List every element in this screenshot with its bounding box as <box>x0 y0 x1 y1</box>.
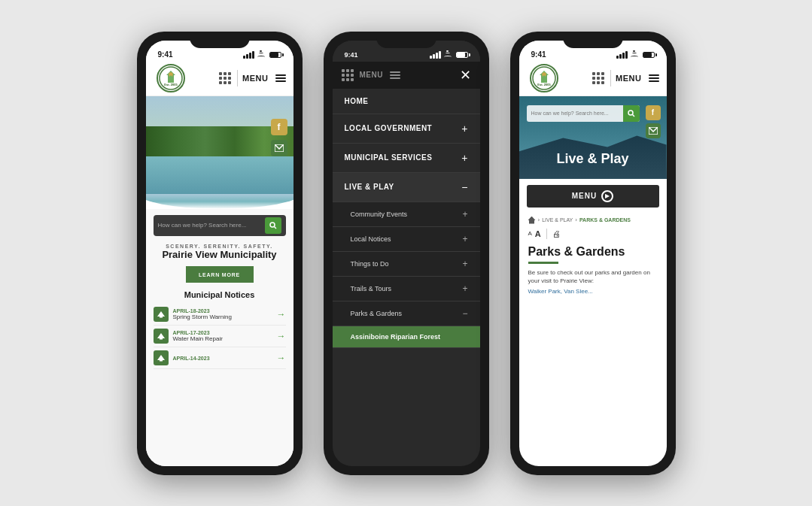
phones-container: 9:41 <box>122 17 691 490</box>
logo-circle-1: Est. 2005 <box>157 64 185 92</box>
svg-text:Est. 2005: Est. 2005 <box>537 83 551 86</box>
wave-divider-1 <box>146 194 293 209</box>
menu-arrow-icon-3: ▶ <box>601 190 613 202</box>
battery-icon-1 <box>269 52 281 58</box>
breadcrumb-3: › LIVE & PLAY › PARKS & GARDENS <box>519 214 667 227</box>
tagline-big-1: Prairie View Municipality <box>154 249 286 261</box>
notice-item-2[interactable]: APRIL-14-2023 → <box>154 347 286 369</box>
submenu-local-notices[interactable]: Local Notices + <box>333 227 480 252</box>
phone-1: 9:41 <box>137 32 303 475</box>
notice-text-1: APRIL-17-2023 Water Main Repair <box>173 330 272 342</box>
menu-collapse-live-play[interactable]: − <box>461 181 467 193</box>
menu-item-municipal[interactable]: MUNICIPAL SERVICES + <box>333 144 480 173</box>
submenu-trails-tours[interactable]: Trails & Tours + <box>333 277 480 301</box>
p3-search-text: How can we help? Search here... <box>531 111 628 116</box>
home-icon-3[interactable] <box>528 217 536 224</box>
svg-point-3 <box>270 223 275 227</box>
menu-label-1[interactable]: MENU <box>242 74 268 83</box>
parks-divider-3 <box>528 262 558 264</box>
search-button-1[interactable] <box>265 217 281 234</box>
notice-text-0: APRIL-18-2023 Spring Storm Warning <box>173 308 272 320</box>
logo-circle-3: Est. 2005 <box>530 64 558 92</box>
print-icon-3[interactable]: 🖨 <box>552 229 561 238</box>
search-placeholder-1: How can we help? Search here... <box>158 222 262 229</box>
notice-item-1[interactable]: APRIL-17-2023 Water Main Repair → <box>154 326 286 347</box>
svg-point-5 <box>160 314 162 316</box>
facebook-icon-1[interactable]: f <box>271 119 287 135</box>
tagline-area-1: SCENERY. SERENITY. SAFETY. Prairie View … <box>146 241 293 262</box>
p3-search-container[interactable]: How can we help? Search here... <box>527 105 640 122</box>
notice-arrow-0[interactable]: → <box>277 309 286 320</box>
svg-line-9 <box>632 114 634 117</box>
grid-icon-1[interactable] <box>219 72 231 84</box>
hero-3: How can we help? Search here... f <box>519 96 667 179</box>
phone1-content: How can we help? Search here... SCENERY.… <box>146 209 293 466</box>
facebook-icon-3[interactable]: f <box>646 105 661 120</box>
notice-text-2: APRIL-14-2023 <box>173 356 272 361</box>
submenu-things-to-do[interactable]: Things to Do + <box>333 252 480 277</box>
grid-icon-3[interactable] <box>592 72 604 84</box>
phone-notch-3 <box>563 32 623 48</box>
submenu-assiniboine[interactable]: Assiniboine Riparian Forest <box>333 326 480 348</box>
header-divider-1 <box>237 70 238 86</box>
svg-line-4 <box>274 226 276 229</box>
phone-header-1: Est. 2005 MENU <box>146 62 293 96</box>
menu-expand-local-gov[interactable]: + <box>461 123 467 135</box>
menu-label-3[interactable]: MENU <box>616 74 641 83</box>
notice-arrow-2[interactable]: → <box>277 353 286 363</box>
notices-title-1: Municipal Notices <box>154 290 286 299</box>
status-time-2: 9:41 <box>345 51 358 59</box>
menu-button-3[interactable]: MENU ▶ <box>527 185 659 208</box>
submenu-community-events[interactable]: Community Events + <box>333 202 480 227</box>
hamburger-icon-3[interactable] <box>649 74 659 82</box>
menu-area-1[interactable]: MENU <box>219 70 285 86</box>
menu-item-live-play[interactable]: LIVE & PLAY − <box>333 173 480 202</box>
font-controls-3: A A 🖨 <box>519 227 667 242</box>
hamburger-icon-2 <box>390 71 400 79</box>
menu-expand-municipal[interactable]: + <box>461 152 467 164</box>
font-divider-3 <box>546 229 547 239</box>
wifi-icon-3 <box>630 51 639 59</box>
parks-title-3: Parks & Gardens <box>528 245 658 259</box>
phone-3: 9:41 <box>510 32 676 475</box>
logo-1: Est. 2005 <box>154 65 188 92</box>
close-button-2[interactable]: ✕ <box>460 67 471 83</box>
menu-header-2: MENU ✕ <box>333 62 480 89</box>
font-small-3[interactable]: A <box>528 230 532 237</box>
status-icons-1 <box>243 51 281 59</box>
menu-items-2: HOME LOCAL GOVERNMENT + MUNICIPAL SERVIC… <box>333 89 480 466</box>
status-time-1: 9:41 <box>158 50 173 59</box>
mail-icon-1[interactable] <box>271 140 287 156</box>
status-icons-3 <box>616 51 655 59</box>
phone-2: 9:41 <box>324 32 489 475</box>
menu-area-3[interactable]: MENU <box>592 70 658 86</box>
logo-3: Est. 2005 <box>527 65 561 92</box>
menu-item-local-gov[interactable]: LOCAL GOVERNMENT + <box>333 114 480 144</box>
phone-notch-2 <box>376 32 436 48</box>
phone-notch-1 <box>190 32 250 48</box>
parks-desc-3: Be sure to check out our parks and garde… <box>528 268 658 285</box>
notice-icon-0 <box>154 307 169 322</box>
submenu-parks-gardens[interactable]: Parks & Gardens − <box>333 301 480 326</box>
font-big-3[interactable]: A <box>535 229 541 238</box>
menu-item-home[interactable]: HOME <box>333 89 480 114</box>
battery-icon-3 <box>643 52 655 58</box>
header-divider-3 <box>610 70 611 86</box>
learn-more-button-1[interactable]: LEARN MORE <box>186 266 254 283</box>
status-time-3: 9:41 <box>531 50 546 59</box>
notice-item-0[interactable]: APRIL-18-2023 Spring Storm Warning → <box>154 304 286 326</box>
parks-desc-link-3[interactable]: Walker Park, Van Slee... <box>528 288 658 295</box>
svg-text:Est. 2005: Est. 2005 <box>164 83 178 86</box>
status-icons-2 <box>430 51 468 59</box>
wifi-icon-1 <box>257 51 266 59</box>
hero-1: f <box>146 96 293 194</box>
notice-arrow-1[interactable]: → <box>277 331 286 341</box>
notice-icon-2 <box>154 350 169 365</box>
hamburger-icon-1[interactable] <box>275 74 286 82</box>
grid-icon-2 <box>342 69 354 81</box>
tagline-small-1: SCENERY. SERENITY. SAFETY. <box>154 244 286 249</box>
search-bar-1[interactable]: How can we help? Search here... <box>154 215 286 236</box>
mail-icon-3[interactable] <box>646 123 661 138</box>
p3-search-btn[interactable] <box>623 105 640 122</box>
notice-icon-1 <box>154 329 169 344</box>
